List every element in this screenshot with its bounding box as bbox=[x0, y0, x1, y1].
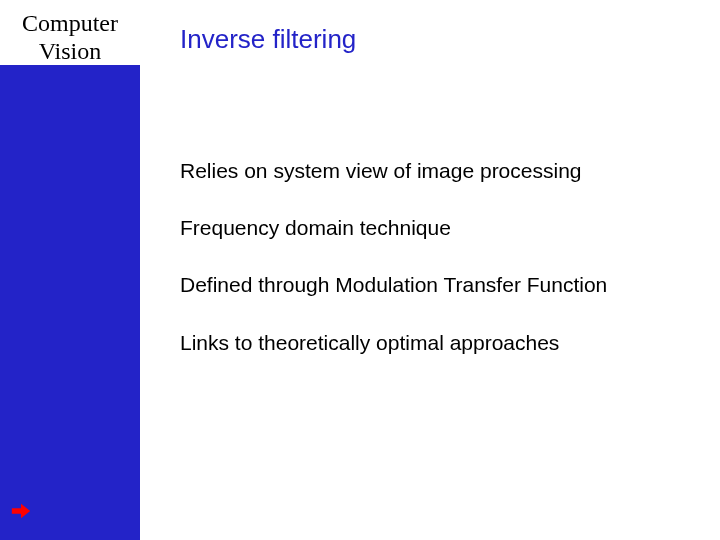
sidebar: Computer Vision bbox=[0, 0, 140, 540]
bullet-item: Links to theoretically optimal approache… bbox=[180, 330, 700, 355]
sidebar-title-line1: Computer bbox=[0, 10, 140, 38]
bullet-item: Relies on system view of image processin… bbox=[180, 158, 700, 183]
bullet-list: Relies on system view of image processin… bbox=[180, 158, 700, 387]
arrow-right-icon bbox=[10, 500, 32, 522]
slide-content: Inverse filtering Relies on system view … bbox=[140, 0, 720, 540]
sidebar-title-line2: Vision bbox=[0, 38, 140, 66]
sidebar-title: Computer Vision bbox=[0, 0, 140, 65]
bullet-item: Defined through Modulation Transfer Func… bbox=[180, 272, 700, 297]
bullet-item: Frequency domain technique bbox=[180, 215, 700, 240]
slide-heading: Inverse filtering bbox=[180, 24, 356, 55]
